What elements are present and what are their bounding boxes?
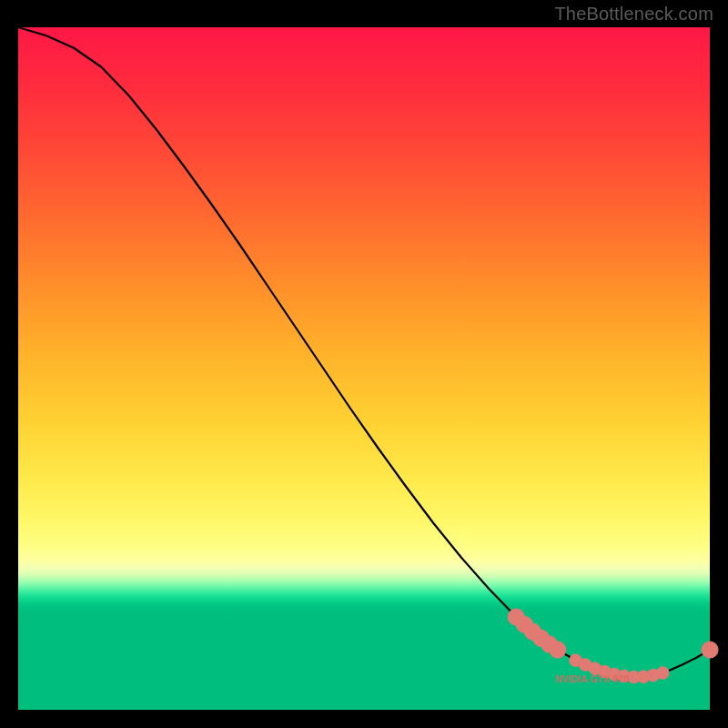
watermark-text: TheBottleneck.com [554,4,713,25]
data-marker [656,667,669,680]
data-marker [702,642,718,658]
data-marker [550,642,566,658]
chart-stage: TheBottleneck.com NVIDIA GTX 970 [0,0,728,728]
chart-svg: NVIDIA GTX 970 [18,27,710,710]
series-annotation: NVIDIA GTX 970 [556,674,630,684]
marker-group [508,609,718,683]
bottleneck-curve [18,27,710,677]
